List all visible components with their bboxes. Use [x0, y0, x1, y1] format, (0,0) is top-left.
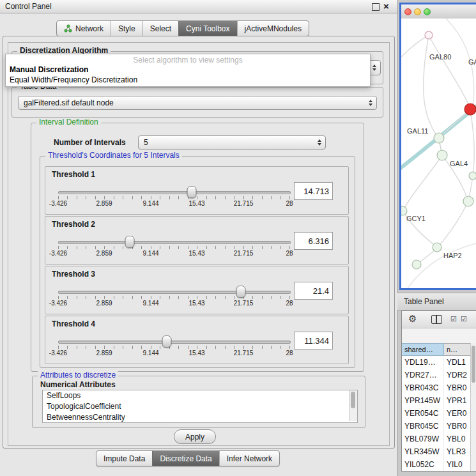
- cell[interactable]: YPR145W: [402, 394, 444, 407]
- threshold-value-field[interactable]: 14.713: [294, 182, 333, 200]
- list-scrollbar[interactable]: [349, 390, 357, 421]
- tab-impute-data[interactable]: Impute Data: [96, 451, 152, 466]
- threshold-row-1: Threshold 1 -3.426 2.859 9.144 15.43 21.…: [45, 166, 349, 215]
- slider-thumb[interactable]: [236, 286, 246, 298]
- network-node[interactable]: [434, 133, 444, 143]
- slider-thumb[interactable]: [187, 186, 197, 198]
- scale-label: 21.715: [234, 300, 254, 307]
- network-node[interactable]: [425, 31, 433, 39]
- scale-label: 9.144: [142, 300, 158, 307]
- table-row[interactable]: YBR043C YBR0: [402, 381, 476, 394]
- scale-label: 15.43: [188, 250, 204, 257]
- float-window-icon[interactable]: [372, 3, 380, 11]
- table-row[interactable]: YDL19… YDL1: [402, 356, 476, 369]
- dropdown-option-manual[interactable]: Manual Discretization: [10, 65, 88, 74]
- scale-label: -3.426: [49, 250, 67, 257]
- cell[interactable]: YBL079W: [402, 433, 444, 445]
- table-data-combo[interactable]: galFiltered.sif default node: [18, 96, 377, 110]
- cell[interactable]: YIL052C: [402, 458, 444, 471]
- close-icon[interactable]: ×: [383, 1, 389, 12]
- column-header-shared-name[interactable]: shared…: [402, 343, 444, 356]
- table-panel-window: ⚙ ☑ ☑ shared… n… YDL19… YDL1 YDR27… YDR2…: [401, 311, 476, 472]
- node-label-gal80: GAL80: [429, 53, 451, 61]
- network-node[interactable]: [463, 196, 473, 206]
- threshold-value-field[interactable]: 21.4: [294, 282, 333, 300]
- table-row[interactable]: YDR27… YDR2: [402, 369, 476, 381]
- threshold-value-field[interactable]: 6.316: [294, 232, 333, 250]
- tab-select[interactable]: Select: [142, 21, 178, 36]
- threshold-value-field[interactable]: 11.344: [294, 332, 333, 349]
- minimize-traffic-light-icon[interactable]: [414, 8, 421, 15]
- network-node[interactable]: [412, 260, 421, 269]
- scale-label: -3.426: [49, 300, 67, 307]
- close-traffic-light-icon[interactable]: [404, 8, 411, 15]
- apply-button[interactable]: Apply: [174, 429, 216, 444]
- table-row[interactable]: YBL079W YBL0: [402, 433, 476, 445]
- zoom-traffic-light-icon[interactable]: [424, 8, 431, 15]
- network-node-selected[interactable]: [464, 104, 476, 115]
- tab-discretize-data[interactable]: Discretize Data: [152, 451, 219, 466]
- tab-style[interactable]: Style: [111, 21, 142, 36]
- slider-track[interactable]: [58, 341, 291, 344]
- table-row[interactable]: YLR345W YLR3: [402, 445, 476, 458]
- slider-thumb[interactable]: [162, 335, 172, 348]
- cell[interactable]: YDR27…: [402, 369, 444, 381]
- chevron-up-down-icon[interactable]: [318, 139, 321, 146]
- chevron-up-down-icon[interactable]: [369, 100, 372, 106]
- checkbox-icon[interactable]: ☑: [461, 315, 467, 323]
- control-panel-titlebar: Control Panel ×: [0, 0, 397, 13]
- tab-cyni-toolbox[interactable]: Cyni Toolbox: [178, 21, 236, 36]
- checkbox-icon[interactable]: ☑: [450, 315, 457, 323]
- network-node[interactable]: [469, 172, 476, 180]
- numerical-attributes-list[interactable]: SelfLoops TopologicalCoefficient Between…: [42, 390, 358, 423]
- node-label-gcy1: GCY1: [406, 215, 426, 222]
- tab-infer-network[interactable]: Infer Network: [219, 451, 279, 466]
- control-panel: Control Panel × Network Style: [0, 0, 398, 476]
- network-edge: [470, 111, 474, 175]
- tab-jactivemnodules[interactable]: jActiveMNodules: [237, 21, 309, 36]
- table-toolbar: ⚙ ☑ ☑: [402, 311, 476, 328]
- network-node[interactable]: [437, 150, 447, 160]
- cell[interactable]: YBR045C: [402, 420, 444, 433]
- cell[interactable]: YBR043C: [402, 381, 444, 394]
- table-row[interactable]: YBR045C YBR0: [402, 420, 476, 433]
- network-node[interactable]: [401, 206, 407, 215]
- scale-label: 15.43: [188, 200, 204, 207]
- network-node[interactable]: [433, 243, 441, 252]
- group-label: Attributes to discretize: [38, 371, 118, 380]
- tab-label: Discretize Data: [160, 454, 211, 463]
- list-item[interactable]: SelfLoops: [43, 390, 357, 401]
- cell[interactable]: YER054C: [402, 407, 444, 420]
- numerical-attributes-label: Numerical Attributes: [40, 380, 116, 389]
- slider-ticks: [58, 246, 290, 249]
- scrollbar-thumb[interactable]: [351, 392, 355, 408]
- table-row[interactable]: YPR145W YPR1: [402, 394, 476, 407]
- slider-track[interactable]: [58, 291, 291, 294]
- chevron-up-down-icon[interactable]: [372, 65, 376, 71]
- list-item[interactable]: TopologicalCoefficient: [43, 401, 357, 412]
- network-view-window: GAL80 GA GAL11 GAL4 GCY1 HAP2: [399, 3, 476, 290]
- tab-network[interactable]: Network: [57, 21, 111, 36]
- dropdown-option-equal-width[interactable]: Equal Width/Frequency Discretization: [10, 75, 137, 84]
- table-row[interactable]: YIL052C YIL0: [402, 458, 476, 471]
- columns-icon[interactable]: [431, 315, 442, 324]
- table-scrollbar[interactable]: [470, 343, 476, 471]
- network-window-titlebar: [401, 4, 476, 19]
- list-item[interactable]: BetweennessCentrality: [43, 412, 357, 423]
- slider-track[interactable]: [58, 241, 291, 244]
- slider-track[interactable]: [58, 191, 291, 194]
- dropdown-hint: Select algorithm to view settings: [6, 56, 370, 65]
- slider-thumb[interactable]: [125, 236, 135, 248]
- cell[interactable]: YDL19…: [402, 356, 444, 369]
- tab-label: Cyni Toolbox: [186, 24, 229, 33]
- gear-icon[interactable]: ⚙: [408, 313, 417, 325]
- num-intervals-combo[interactable]: 5: [138, 135, 326, 150]
- network-canvas[interactable]: GAL80 GA GAL11 GAL4 GCY1 HAP2: [401, 19, 476, 288]
- scrollbar-thumb[interactable]: [472, 346, 475, 383]
- network-edge: [438, 202, 468, 247]
- scale-label: 15.43: [188, 349, 204, 357]
- cell[interactable]: YLR345W: [402, 445, 444, 458]
- table-row[interactable]: YER054C YER0: [402, 407, 476, 420]
- scale-label: 2.859: [96, 250, 112, 257]
- slider-ticks: [58, 346, 290, 349]
